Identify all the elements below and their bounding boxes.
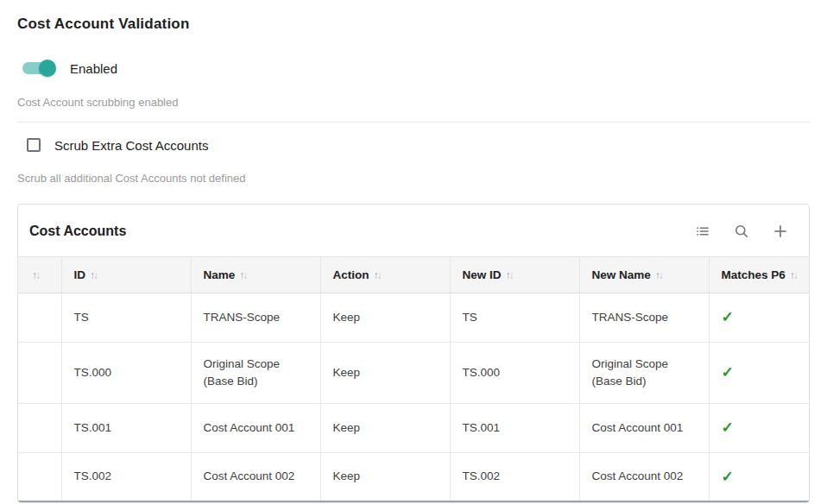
cell-name: Cost Account 001 [191,404,320,453]
check-icon: ✓ [722,469,734,485]
sort-icon: ↑↓ [786,269,797,281]
sort-icon: ↑↓ [32,269,39,281]
cost-accounts-card-header: Cost Accounts [18,205,809,256]
cost-accounts-table: ↑↓ ID↑↓ Name↑↓ Action↑↓ New ID↑↓ New Nam… [18,256,809,502]
card-toolbar [693,222,790,241]
row-handle-cell [18,452,61,501]
check-icon: ✓ [722,309,734,325]
checkbox-helper-text: Scrub all additional Cost Accounts not d… [17,172,810,185]
cost-account-validation-page: Cost Account Validation Enabled Cost Acc… [0,0,827,503]
cell-matches-p6: ✓ [709,293,809,343]
column-header-name[interactable]: Name↑↓ [191,257,320,293]
sort-icon: ↑↓ [369,269,381,281]
table-row[interactable]: TS.000 Original Scope (Base Bid) Keep TS… [18,342,809,404]
cell-new-name: Original Scope (Base Bid) [579,342,709,404]
row-handle-cell [18,342,61,404]
section-divider [17,122,810,123]
check-icon: ✓ [722,364,734,381]
page-title: Cost Account Validation [17,16,810,33]
toggle-thumb [39,60,56,77]
list-view-button[interactable] [693,222,712,241]
search-icon [733,223,750,240]
cell-new-id: TS.001 [450,404,579,453]
scrub-checkbox-row: Scrub Extra Cost Accounts [17,135,810,155]
sort-icon: ↑↓ [651,269,662,281]
table-row[interactable]: TS.001 Cost Account 001 Keep TS.001 Cost… [18,404,809,453]
scrub-extra-checkbox[interactable] [27,138,41,152]
sort-icon: ↑↓ [235,269,246,281]
cost-accounts-title: Cost Accounts [29,224,126,239]
enabled-toggle-row: Enabled [17,59,810,78]
enabled-toggle-label: Enabled [70,61,117,76]
cell-action: Keep [320,342,450,404]
row-handle-cell [18,404,61,453]
cell-id: TS.000 [61,342,191,404]
sort-icon: ↑↓ [502,269,513,281]
scrub-extra-checkbox-label: Scrub Extra Cost Accounts [54,138,208,153]
cell-action: Keep [320,404,450,453]
cell-id: TS.001 [61,404,191,453]
cell-name: Original Scope (Base Bid) [191,342,320,404]
cell-action: Keep [320,293,450,343]
table-header-row: ↑↓ ID↑↓ Name↑↓ Action↑↓ New ID↑↓ New Nam… [18,257,809,293]
cell-new-name: Cost Account 002 [579,452,709,501]
toggle-helper-text: Cost Account scrubbing enabled [17,96,810,109]
cell-new-name: TRANS-Scope [579,293,709,343]
row-handle-cell [18,293,61,343]
cell-matches-p6: ✓ [709,404,809,453]
table-row[interactable]: TS.002 Cost Account 002 Keep TS.002 Cost… [18,452,809,501]
cell-matches-p6: ✓ [709,342,809,404]
cell-id: TS [61,293,191,343]
add-button[interactable] [771,222,790,241]
cell-matches-p6: ✓ [709,452,809,501]
column-header-new-id[interactable]: New ID↑↓ [450,257,579,293]
cell-new-id: TS.000 [450,342,579,404]
plus-icon [772,223,789,240]
column-header-row-sort[interactable]: ↑↓ [18,257,61,293]
enabled-toggle[interactable] [22,62,54,74]
cell-new-id: TS.002 [450,452,579,501]
cell-name: Cost Account 002 [191,452,320,501]
column-header-new-name[interactable]: New Name↑↓ [579,257,709,293]
cell-id: TS.002 [61,452,191,501]
cell-new-name: Cost Account 001 [579,404,709,453]
search-button[interactable] [732,222,751,241]
cell-new-id: TS [450,293,579,343]
cost-accounts-card: Cost Accounts [17,204,810,503]
sort-icon: ↑↓ [85,269,97,281]
column-header-id[interactable]: ID↑↓ [61,257,191,293]
cell-name: TRANS-Scope [191,293,320,343]
table-row[interactable]: TS TRANS-Scope Keep TS TRANS-Scope ✓ [18,293,809,343]
list-icon [694,223,711,240]
column-header-matches-p6[interactable]: Matches P6↑↓ [709,257,809,293]
column-header-action[interactable]: Action↑↓ [320,257,450,293]
check-icon: ✓ [722,419,734,436]
cell-action: Keep [320,452,450,501]
